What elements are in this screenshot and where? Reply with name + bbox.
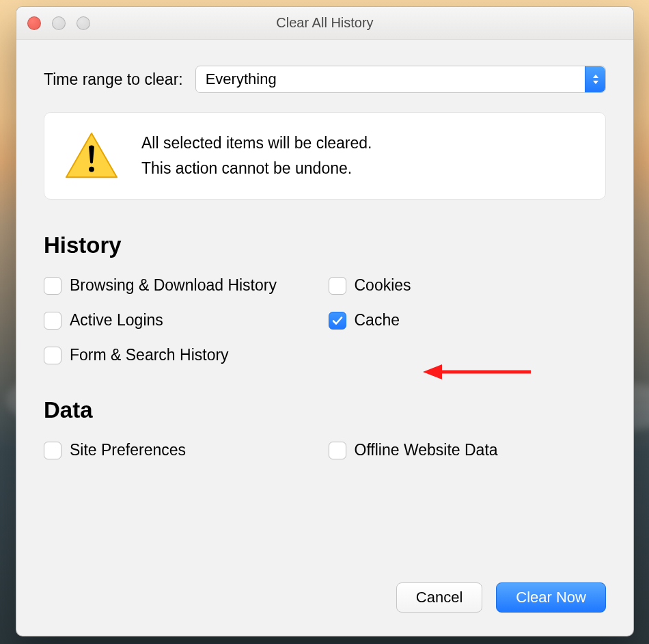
- minimize-window-button[interactable]: [52, 16, 66, 30]
- select-stepper-icon: [585, 66, 605, 92]
- warning-icon: [65, 132, 118, 180]
- section-heading-data: Data: [44, 397, 606, 423]
- checkbox-label: Offline Website Data: [355, 441, 498, 459]
- time-range-select[interactable]: Everything: [195, 66, 606, 93]
- titlebar: Clear All History: [16, 7, 633, 40]
- warning-text: All selected items will be cleared. This…: [141, 134, 372, 178]
- checkbox-browsing-download-history[interactable]: Browsing & Download History: [44, 276, 322, 295]
- checkbox-box: [329, 442, 346, 459]
- time-range-row: Time range to clear: Everything: [44, 66, 606, 93]
- history-options: Browsing & Download History Cookies Acti…: [44, 276, 606, 364]
- cancel-button[interactable]: Cancel: [396, 582, 482, 613]
- time-range-label: Time range to clear:: [44, 70, 183, 89]
- checkbox-cache[interactable]: Cache: [329, 311, 607, 330]
- annotation-arrow-icon: [423, 362, 532, 385]
- time-range-value: Everything: [206, 70, 277, 88]
- warning-line2: This action cannot be undone.: [141, 159, 372, 178]
- checkbox-label: Site Preferences: [70, 441, 186, 459]
- data-options: Site Preferences Offline Website Data: [44, 441, 606, 459]
- clear-now-button[interactable]: Clear Now: [496, 582, 606, 613]
- checkbox-site-preferences[interactable]: Site Preferences: [44, 441, 322, 459]
- checkbox-box: [329, 277, 346, 295]
- checkbox-box: [44, 442, 61, 459]
- section-heading-history: History: [44, 232, 606, 258]
- dialog-footer: Cancel Clear Now: [396, 582, 606, 613]
- checkbox-active-logins[interactable]: Active Logins: [44, 311, 322, 330]
- checkbox-box: [44, 347, 61, 364]
- svg-point-0: [89, 167, 94, 172]
- checkbox-label: Cache: [355, 311, 400, 330]
- checkbox-label: Cookies: [355, 276, 411, 295]
- dialog-content: Time range to clear: Everything All sele…: [16, 40, 633, 636]
- button-label: Cancel: [416, 589, 462, 606]
- warning-line1: All selected items will be cleared.: [141, 134, 372, 152]
- checkbox-label: Active Logins: [70, 311, 163, 330]
- checkbox-label: Form & Search History: [70, 346, 229, 364]
- close-window-button[interactable]: [27, 16, 41, 30]
- checkbox-label: Browsing & Download History: [70, 276, 277, 295]
- checkbox-box: [329, 312, 346, 330]
- button-label: Clear Now: [516, 589, 586, 606]
- checkbox-box: [44, 277, 61, 295]
- checkbox-box: [44, 312, 61, 330]
- checkbox-offline-website-data[interactable]: Offline Website Data: [329, 441, 607, 459]
- dialog-title: Clear All History: [276, 15, 373, 31]
- checkbox-form-search-history[interactable]: Form & Search History: [44, 346, 322, 364]
- dialog-window: Clear All History Time range to clear: E…: [16, 6, 634, 636]
- warning-box: All selected items will be cleared. This…: [44, 112, 606, 200]
- window-controls: [27, 16, 90, 30]
- zoom-window-button[interactable]: [77, 16, 90, 30]
- checkbox-cookies[interactable]: Cookies: [329, 276, 607, 295]
